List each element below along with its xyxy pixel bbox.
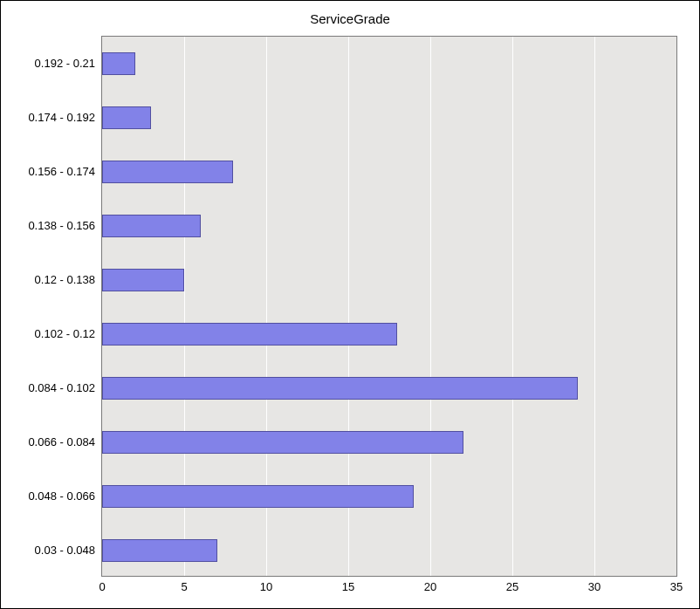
chart-title: ServiceGrade: [1, 11, 699, 26]
x-tick-label: 35: [670, 580, 683, 593]
y-tick-label: 0.048 - 0.066: [8, 489, 95, 503]
grid-line: [594, 37, 595, 576]
grid-line: [512, 37, 513, 576]
y-tick-label: 0.192 - 0.21: [8, 57, 95, 70]
y-tick-label: 0.138 - 0.156: [8, 219, 95, 232]
x-tick-label: 30: [588, 580, 600, 593]
chart-frame: ServiceGrade 05101520253035 0.192 - 0.21…: [0, 0, 700, 609]
bar: [102, 485, 414, 508]
plot-area: 05101520253035: [101, 36, 677, 577]
y-tick-label: 0.12 - 0.138: [8, 273, 95, 286]
bar: [102, 215, 201, 237]
bar: [102, 377, 578, 400]
y-tick-label: 0.174 - 0.192: [8, 111, 95, 124]
y-tick-label: 0.03 - 0.048: [8, 544, 95, 557]
bar: [102, 52, 135, 75]
bar: [102, 323, 397, 346]
bar: [102, 161, 233, 183]
grid-line: [430, 37, 431, 576]
y-tick-label: 0.084 - 0.102: [8, 381, 95, 394]
bar: [102, 106, 151, 129]
x-tick-label: 20: [424, 580, 436, 593]
x-tick-label: 15: [342, 580, 354, 593]
y-tick-label: 0.156 - 0.174: [8, 165, 95, 178]
x-tick-label: 10: [260, 580, 272, 593]
x-tick-label: 0: [99, 580, 105, 593]
y-tick-label: 0.102 - 0.12: [8, 327, 95, 340]
bar: [102, 431, 463, 454]
x-tick-label: 5: [181, 580, 187, 593]
x-tick-label: 25: [506, 580, 518, 593]
bar: [102, 269, 184, 291]
y-tick-label: 0.066 - 0.084: [8, 435, 95, 448]
bar: [102, 539, 217, 562]
